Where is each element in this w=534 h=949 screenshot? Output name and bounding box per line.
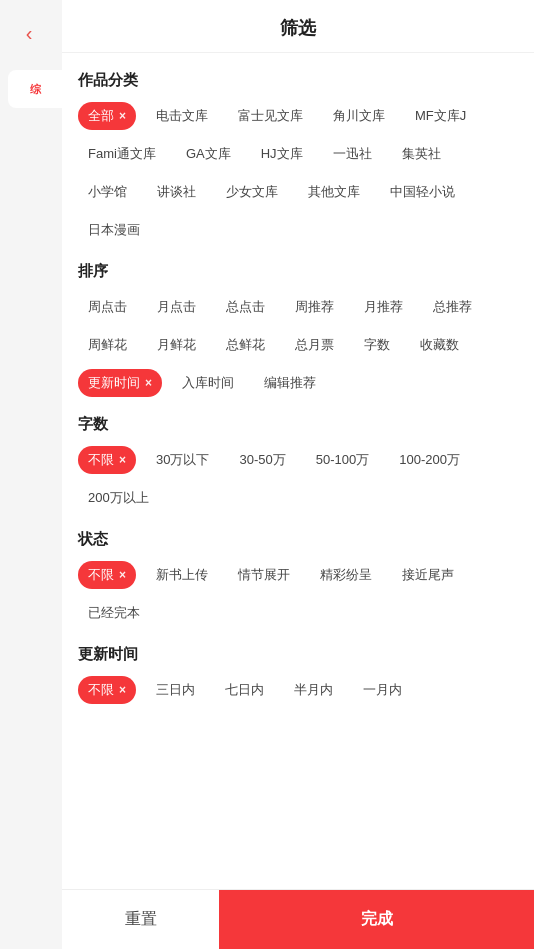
wc-200up[interactable]: 200万以上 xyxy=(78,484,159,512)
sort-week-click[interactable]: 周点击 xyxy=(78,293,137,321)
sort-tags: 周点击 月点击 总点击 周推荐 月推荐 总推荐 周鲜花 月鲜花 总鲜花 总月票 … xyxy=(78,293,518,397)
sort-total-flower[interactable]: 总鲜花 xyxy=(216,331,275,359)
reset-button[interactable]: 重置 xyxy=(62,890,219,949)
tag-jiantan[interactable]: 讲谈社 xyxy=(147,178,206,206)
sort-title: 排序 xyxy=(78,262,518,281)
tag-ga[interactable]: GA文库 xyxy=(176,140,241,168)
category-tags: 全部 × 电击文库 富士见文库 角川文库 MF文库J Fami通文库 GA文库 … xyxy=(78,102,518,244)
ut-unlimited[interactable]: 不限 × xyxy=(78,676,136,704)
status-exciting[interactable]: 精彩纷呈 xyxy=(310,561,382,589)
tag-fami[interactable]: Fami通文库 xyxy=(78,140,166,168)
tag-xiaoxue[interactable]: 小学馆 xyxy=(78,178,137,206)
wc-30w[interactable]: 30万以下 xyxy=(146,446,219,474)
sort-section: 排序 周点击 月点击 总点击 周推荐 月推荐 总推荐 周鲜花 月鲜花 总鲜花 总… xyxy=(78,262,518,397)
sort-total-ticket[interactable]: 总月票 xyxy=(285,331,344,359)
sort-total-click[interactable]: 总点击 xyxy=(216,293,275,321)
ut-1month[interactable]: 一月内 xyxy=(353,676,412,704)
sort-month-flower[interactable]: 月鲜花 xyxy=(147,331,206,359)
footer: 重置 完成 xyxy=(62,889,534,949)
main-panel: 筛选 作品分类 全部 × 电击文库 富士见文库 角川文库 MF文库J Fami通… xyxy=(62,0,534,949)
category-section: 作品分类 全部 × 电击文库 富士见文库 角川文库 MF文库J Fami通文库 … xyxy=(78,71,518,244)
status-tags: 不限 × 新书上传 情节展开 精彩纷呈 接近尾声 已经完本 xyxy=(78,561,518,627)
status-unlimited[interactable]: 不限 × xyxy=(78,561,136,589)
tag-yixun[interactable]: 一迅社 xyxy=(323,140,382,168)
update-time-section: 更新时间 不限 × 三日内 七日内 半月内 一月内 xyxy=(78,645,518,704)
wc-50-100[interactable]: 50-100万 xyxy=(306,446,379,474)
sort-week-recommend[interactable]: 周推荐 xyxy=(285,293,344,321)
ut-7days[interactable]: 七日内 xyxy=(215,676,274,704)
status-plot[interactable]: 情节展开 xyxy=(228,561,300,589)
tag-manhua[interactable]: 日本漫画 xyxy=(78,216,150,244)
sidebar-pill-label: 综 xyxy=(30,82,41,97)
sort-month-click[interactable]: 月点击 xyxy=(147,293,206,321)
tag-qita[interactable]: 其他文库 xyxy=(298,178,370,206)
wc-unlimited[interactable]: 不限 × xyxy=(78,446,136,474)
page-title: 筛选 xyxy=(280,16,316,40)
tag-fujimi[interactable]: 富士见文库 xyxy=(228,102,313,130)
sort-editor[interactable]: 编辑推荐 xyxy=(254,369,326,397)
done-button[interactable]: 完成 xyxy=(219,890,534,949)
update-time-tags: 不限 × 三日内 七日内 半月内 一月内 xyxy=(78,676,518,704)
tag-zhongguo[interactable]: 中国轻小说 xyxy=(380,178,465,206)
tag-all[interactable]: 全部 × xyxy=(78,102,136,130)
sort-total-recommend[interactable]: 总推荐 xyxy=(423,293,482,321)
status-section: 状态 不限 × 新书上传 情节展开 精彩纷呈 接近尾声 已经完本 xyxy=(78,530,518,627)
tag-hj[interactable]: HJ文库 xyxy=(251,140,313,168)
category-title: 作品分类 xyxy=(78,71,518,90)
sidebar-pill[interactable]: 综 xyxy=(8,70,62,108)
sort-collect[interactable]: 收藏数 xyxy=(410,331,469,359)
tag-kadokawa[interactable]: 角川文库 xyxy=(323,102,395,130)
header: 筛选 xyxy=(62,0,534,53)
sort-wordcount[interactable]: 字数 xyxy=(354,331,400,359)
sort-month-recommend[interactable]: 月推荐 xyxy=(354,293,413,321)
status-new[interactable]: 新书上传 xyxy=(146,561,218,589)
sort-import-time[interactable]: 入库时间 xyxy=(172,369,244,397)
sidebar: 综 xyxy=(0,0,62,949)
ut-halfmonth[interactable]: 半月内 xyxy=(284,676,343,704)
ut-3days[interactable]: 三日内 xyxy=(146,676,205,704)
wc-100-200[interactable]: 100-200万 xyxy=(389,446,470,474)
tag-jiying[interactable]: 集英社 xyxy=(392,140,451,168)
status-title: 状态 xyxy=(78,530,518,549)
tag-mf[interactable]: MF文库J xyxy=(405,102,476,130)
sort-week-flower[interactable]: 周鲜花 xyxy=(78,331,137,359)
wordcount-section: 字数 不限 × 30万以下 30-50万 50-100万 100-200万 20… xyxy=(78,415,518,512)
status-ending[interactable]: 接近尾声 xyxy=(392,561,464,589)
status-complete[interactable]: 已经完本 xyxy=(78,599,150,627)
tag-shaonv[interactable]: 少女文库 xyxy=(216,178,288,206)
wordcount-tags: 不限 × 30万以下 30-50万 50-100万 100-200万 200万以… xyxy=(78,446,518,512)
back-button[interactable]: ‹ xyxy=(14,18,44,48)
tag-dianji[interactable]: 电击文库 xyxy=(146,102,218,130)
update-time-title: 更新时间 xyxy=(78,645,518,664)
wordcount-title: 字数 xyxy=(78,415,518,434)
sort-update-time[interactable]: 更新时间 × xyxy=(78,369,162,397)
wc-30-50[interactable]: 30-50万 xyxy=(229,446,295,474)
content-area: 作品分类 全部 × 电击文库 富士见文库 角川文库 MF文库J Fami通文库 … xyxy=(62,53,534,889)
